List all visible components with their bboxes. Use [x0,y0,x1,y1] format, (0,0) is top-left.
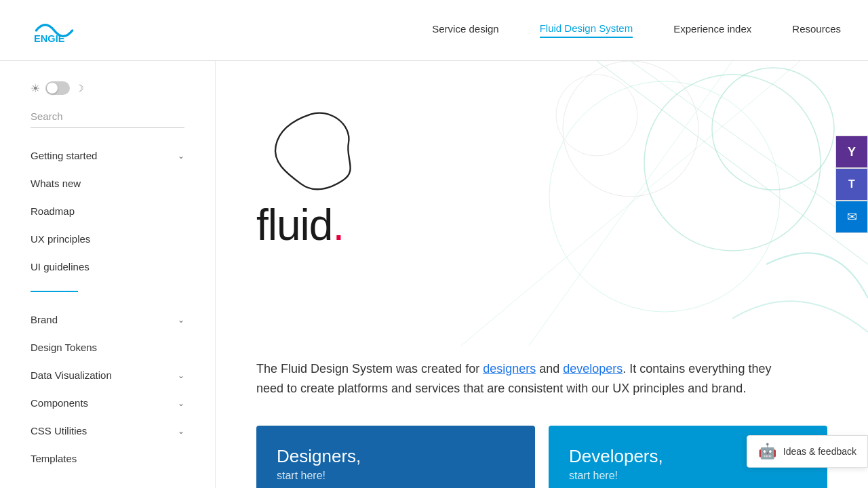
search-container [0,105,215,142]
main-content: fluid. The Fluid Design System was creat… [216,61,868,488]
nav-service-design[interactable]: Service design [432,23,498,37]
sidebar-item-label: Brand [31,314,58,325]
feedback-button[interactable]: 🤖 Ideas & feedback [747,435,868,468]
sidebar-item-components[interactable]: Components ⌄ [0,389,215,417]
sidebar-divider [31,291,78,292]
chevron-down-icon: ⌄ [178,426,184,436]
nav-fluid-design-system[interactable]: Fluid Design System [540,22,633,38]
card-title: Designers, [277,446,515,467]
theme-toggle-row: ☀ ☽ [0,75,215,105]
designers-link[interactable]: designers [483,362,536,375]
search-input[interactable] [31,105,184,128]
mail-button[interactable]: ✉ [835,201,868,233]
chevron-down-icon: ⌄ [178,315,184,325]
feedback-icon: 🤖 [758,443,776,460]
sidebar-item-label: Data Visualization [31,369,112,381]
description-section: The Fluid Design System was created for … [216,346,826,426]
yammer-icon: Y [848,145,856,159]
chevron-down-icon: ⌄ [178,371,184,380]
sidebar-item-ui-guidelines[interactable]: UI guidelines [0,253,215,281]
fluid-logo-container: fluid. [256,88,827,247]
svg-text:ENGIE: ENGIE [34,33,65,43]
sidebar-item-brand[interactable]: Brand ⌄ [0,306,215,333]
hero-section: fluid. [216,61,868,346]
header: ENGIE Service design Fluid Design System… [0,0,868,61]
sidebar: ☀ ☽ Getting started ⌄ Whats new Roadmap … [0,61,216,488]
sidebar-item-templates[interactable]: Templates [0,445,215,472]
sidebar-item-label: CSS Utilities [31,425,87,436]
sidebar-item-label: UX principles [31,233,90,245]
sidebar-item-label: Templates [31,453,77,464]
feedback-label: Ideas & feedback [783,446,856,457]
chevron-down-icon: ⌄ [178,399,184,408]
fluid-title: fluid. [256,203,344,247]
sidebar-item-label: Getting started [31,150,97,161]
developers-link[interactable]: developers [563,362,623,375]
logo: ENGIE [27,14,81,47]
sidebar-item-label: UI guidelines [31,261,90,272]
main-nav: Service design Fluid Design System Exper… [432,22,841,38]
sidebar-item-label: Whats new [31,178,81,189]
floating-buttons: Y T ✉ [835,136,868,233]
sidebar-item-label: Components [31,397,88,409]
sidebar-item-design-tokens[interactable]: Design Tokens [0,333,215,361]
card-subtitle: start here! [277,470,515,482]
teams-button[interactable]: T [835,168,868,201]
sidebar-item-whats-new[interactable]: Whats new [0,169,215,197]
sidebar-item-label: Roadmap [31,205,75,217]
yammer-button[interactable]: Y [835,136,868,168]
sidebar-item-getting-started[interactable]: Getting started ⌄ [0,142,215,169]
card-subtitle: start here! [569,470,807,482]
toggle-thumb [47,83,58,94]
fluid-blob-icon [256,102,365,197]
sun-icon: ☀ [31,82,40,95]
nav-experience-index[interactable]: Experience index [673,23,751,37]
sidebar-item-data-visualization[interactable]: Data Visualization ⌄ [0,361,215,389]
teams-icon: T [848,178,855,190]
designers-card[interactable]: Designers, start here! [256,426,535,488]
sidebar-item-css-utilities[interactable]: CSS Utilities ⌄ [0,417,215,445]
mail-icon: ✉ [847,209,857,224]
sidebar-item-label: Design Tokens [31,342,97,353]
nav-resources[interactable]: Resources [792,23,841,37]
sidebar-item-roadmap[interactable]: Roadmap [0,197,215,225]
moon-icon: ☽ [75,83,84,94]
theme-toggle-switch[interactable] [45,81,70,95]
chevron-down-icon: ⌄ [178,151,184,161]
sidebar-item-ux-principles[interactable]: UX principles [0,225,215,253]
